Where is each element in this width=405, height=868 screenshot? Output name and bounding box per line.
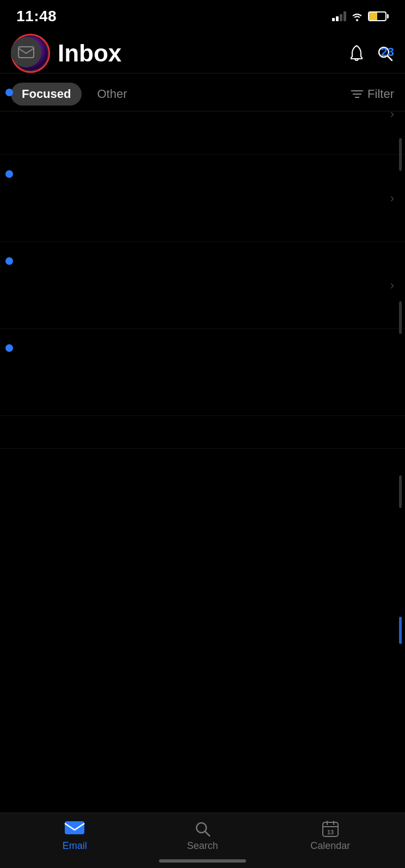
group-header[interactable]: 23 (0, 29, 405, 73)
email-item[interactable]: › (0, 242, 405, 329)
nav-calendar-label: Calendar (310, 840, 350, 852)
unread-count: 23 (381, 45, 394, 59)
unread-indicator (5, 257, 13, 265)
nav-search-label: Search (187, 840, 218, 852)
group-email-icon (11, 37, 41, 67)
svg-text:13: 13 (327, 829, 334, 835)
scroll-indicator (399, 475, 402, 508)
unread-indicator (5, 170, 13, 178)
svg-rect-6 (65, 821, 84, 834)
nav-calendar[interactable]: 13 Calendar (266, 821, 394, 852)
chevron-right-icon: › (390, 191, 394, 206)
status-icons (332, 11, 389, 21)
signal-icon (332, 11, 346, 21)
unread-indicator (5, 89, 13, 96)
wifi-icon (351, 11, 364, 21)
status-bar: 11:48 (0, 0, 405, 29)
svg-rect-5 (19, 47, 34, 58)
nav-search[interactable]: Search (139, 821, 267, 852)
unread-indicator (5, 344, 13, 352)
email-item-partial[interactable] (0, 416, 405, 449)
chevron-right-icon: › (390, 107, 394, 121)
scroll-indicator (399, 617, 402, 644)
svg-line-8 (205, 832, 210, 836)
email-item[interactable]: › (0, 155, 405, 242)
nav-email[interactable]: Email (11, 821, 139, 852)
email-item[interactable]: › (0, 73, 405, 155)
nav-email-label: Email (63, 840, 87, 852)
calendar-icon: 13 (320, 821, 341, 837)
scroll-indicator (399, 301, 402, 334)
email-item[interactable] (0, 329, 405, 416)
search-icon (192, 821, 213, 837)
status-time: 11:48 (16, 8, 57, 25)
battery-icon (368, 11, 389, 21)
scroll-indicator (399, 138, 402, 171)
email-icon (64, 821, 85, 837)
chevron-right-icon: › (390, 278, 394, 293)
home-indicator (159, 859, 246, 863)
email-list: 23 › › › (0, 29, 405, 792)
